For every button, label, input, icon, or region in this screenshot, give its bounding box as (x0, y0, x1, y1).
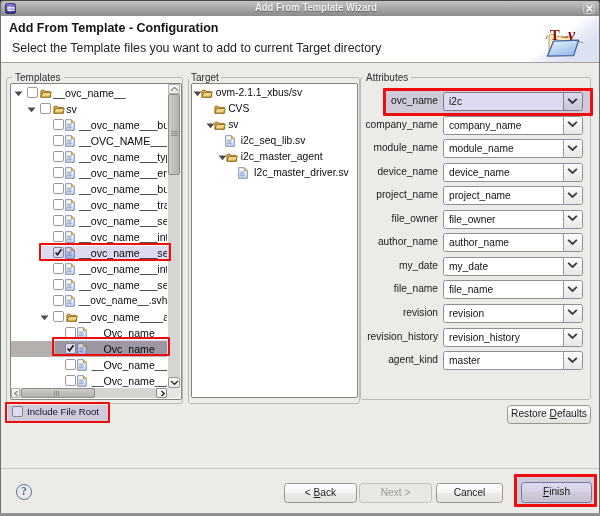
svg-text:ν: ν (568, 26, 576, 43)
svg-text:T: T (550, 27, 560, 43)
